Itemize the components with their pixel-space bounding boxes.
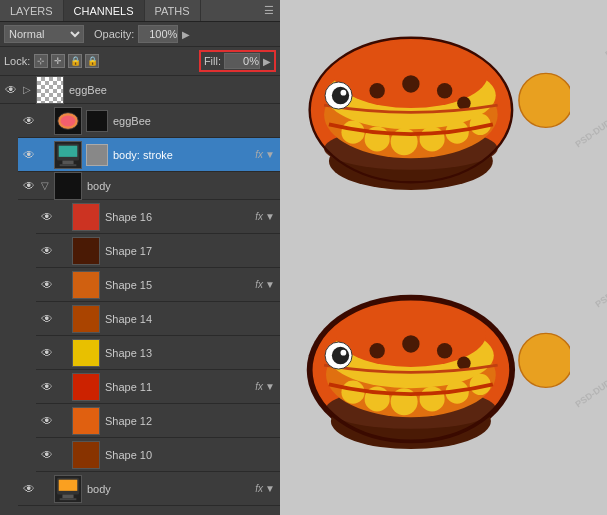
watermark-4: PSD-DUDE.COM <box>574 361 607 410</box>
lock-image-icon[interactable]: 🔒 <box>68 54 82 68</box>
tab-layers[interactable]: LAYERS <box>0 0 64 21</box>
fish-illustration-bottom <box>300 270 570 470</box>
lock-icons-group: ⊹ ✛ 🔒 🔒 <box>34 54 99 68</box>
fx-badge: fx <box>255 381 263 392</box>
svg-rect-5 <box>60 164 77 166</box>
layer-options-arrow[interactable]: ▼ <box>265 149 275 160</box>
visibility-icon[interactable]: 👁 <box>38 378 56 396</box>
blend-mode-select[interactable]: Normal <box>4 25 84 43</box>
watermark-1: PSD-DUDE.COM <box>604 11 607 60</box>
layer-thumb <box>72 203 100 231</box>
blend-opacity-row: Normal Opacity: ▶ <box>0 22 280 47</box>
opacity-label: Opacity: <box>94 28 134 40</box>
layer-item-shape11[interactable]: 👁 Shape 11 fx ▼ <box>36 370 280 404</box>
visibility-icon[interactable]: 👁 <box>20 177 38 195</box>
svg-point-23 <box>369 83 384 98</box>
layer-thumb <box>54 172 82 200</box>
visibility-icon[interactable]: 👁 <box>38 412 56 430</box>
tab-paths[interactable]: PATHS <box>145 0 201 21</box>
layer-name: eggBee <box>66 84 278 96</box>
lock-fill-row: Lock: ⊹ ✛ 🔒 🔒 Fill: ▶ <box>0 47 280 76</box>
canvas-area: PSD-DUDE.COM PSD-DUDE.COM PSD-DUDE.COM P… <box>280 0 607 515</box>
svg-point-25 <box>437 83 452 98</box>
svg-rect-3 <box>59 145 78 156</box>
layer-name: Shape 17 <box>102 245 278 257</box>
layer-name: body <box>84 180 278 192</box>
svg-point-46 <box>402 335 419 352</box>
layer-item-shape15[interactable]: 👁 Shape 15 fx ▼ <box>36 268 280 302</box>
svg-point-45 <box>369 343 384 358</box>
layer-name: Shape 10 <box>102 449 278 461</box>
visibility-icon[interactable]: 👁 <box>38 208 56 226</box>
layer-thumb <box>54 107 82 135</box>
svg-point-31 <box>519 333 570 387</box>
fill-input[interactable] <box>224 53 260 69</box>
layer-mask-thumb <box>86 144 108 166</box>
layer-item-body-stroke[interactable]: 👁 body: stroke fx ▼ <box>18 138 280 172</box>
watermark-2: PSD-DUDE.COM <box>574 101 607 150</box>
layer-item-shape12[interactable]: 👁 Shape 12 <box>36 404 280 438</box>
svg-point-20 <box>420 126 445 151</box>
layer-item-body-bottom[interactable]: 👁 body fx ▼ <box>18 472 280 506</box>
tab-channels[interactable]: CHANNELS <box>64 0 145 21</box>
visibility-icon[interactable]: 👁 <box>38 446 56 464</box>
svg-point-42 <box>420 386 445 411</box>
layer-thumb <box>72 441 100 469</box>
visibility-icon[interactable]: 👁 <box>38 344 56 362</box>
lock-label: Lock: <box>4 55 30 67</box>
layer-item-shape14[interactable]: 👁 Shape 14 <box>36 302 280 336</box>
layer-thumb <box>54 141 82 169</box>
layer-name: Shape 13 <box>102 347 278 359</box>
layer-thumb <box>72 305 100 333</box>
layer-item-eggBee[interactable]: 👁 eggBee <box>18 104 280 138</box>
layer-options-arrow[interactable]: ▼ <box>265 279 275 290</box>
visibility-icon[interactable]: 👁 <box>38 276 56 294</box>
svg-point-50 <box>332 347 349 364</box>
visibility-icon[interactable]: 👁 <box>20 146 38 164</box>
expand-icon[interactable]: ▷ <box>20 84 34 95</box>
svg-rect-9 <box>60 498 77 500</box>
svg-point-51 <box>341 350 347 356</box>
layer-thumb <box>72 271 100 299</box>
layer-thumb <box>72 339 100 367</box>
visibility-icon[interactable]: 👁 <box>20 112 38 130</box>
visibility-icon[interactable]: 👁 <box>38 310 56 328</box>
expand-icon[interactable]: ▽ <box>38 180 52 191</box>
fill-label: Fill: <box>204 55 221 67</box>
watermark-3: PSD-DUDE.COM <box>594 261 607 310</box>
visibility-icon[interactable]: 👁 <box>20 480 38 498</box>
lock-all-icon[interactable]: 🔒 <box>85 54 99 68</box>
tab-bar: LAYERS CHANNELS PATHS ☰ <box>0 0 280 22</box>
layer-name: body: stroke <box>110 149 255 161</box>
svg-point-24 <box>402 75 419 92</box>
opacity-input[interactable] <box>138 25 178 43</box>
layer-name: Shape 11 <box>102 381 255 393</box>
layer-thumb <box>72 237 100 265</box>
fill-arrow[interactable]: ▶ <box>263 56 271 67</box>
opacity-arrow[interactable]: ▶ <box>182 29 190 40</box>
layer-item-eggBee-group[interactable]: 👁 ▷ eggBee <box>0 76 280 104</box>
lock-move-icon[interactable]: ✛ <box>51 54 65 68</box>
fish-illustration-top <box>300 10 570 210</box>
panel-menu-icon[interactable]: ☰ <box>258 4 280 17</box>
layer-item-shape17[interactable]: 👁 Shape 17 <box>36 234 280 268</box>
fx-badge: fx <box>255 149 263 160</box>
layer-thumb <box>72 373 100 401</box>
layer-options-arrow[interactable]: ▼ <box>265 483 275 494</box>
lock-position-icon[interactable]: ⊹ <box>34 54 48 68</box>
layer-item-shape10[interactable]: 👁 Shape 10 <box>36 438 280 472</box>
svg-rect-4 <box>62 160 73 164</box>
layer-item-body-group[interactable]: 👁 ▽ body <box>18 172 280 200</box>
layer-options-arrow[interactable]: ▼ <box>265 381 275 392</box>
visibility-icon[interactable]: 👁 <box>38 242 56 260</box>
visibility-icon[interactable]: 👁 <box>2 81 20 99</box>
layer-item-shape16[interactable]: 👁 Shape 16 fx ▼ <box>36 200 280 234</box>
fx-badge: fx <box>255 279 263 290</box>
layer-item-shape13[interactable]: 👁 Shape 13 <box>36 336 280 370</box>
fx-badge: fx <box>255 211 263 222</box>
fill-box: Fill: ▶ <box>199 50 276 72</box>
layer-name: Shape 16 <box>102 211 255 223</box>
layer-options-arrow[interactable]: ▼ <box>265 211 275 222</box>
svg-point-28 <box>332 87 349 104</box>
layer-thumb <box>54 475 82 503</box>
